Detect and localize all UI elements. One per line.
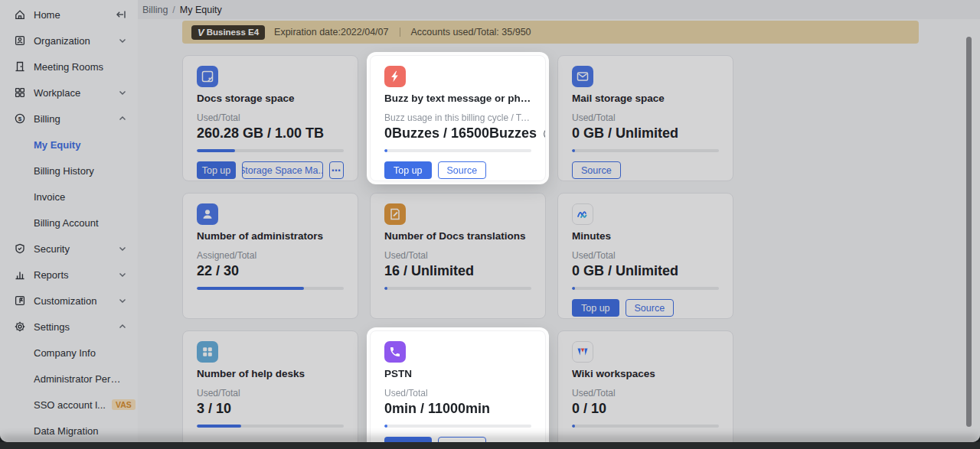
sidebar-item-label: Workplace <box>34 87 118 99</box>
stat-value: 0min / 11000min <box>384 401 490 417</box>
sidebar-item-data-migration[interactable]: Data Migration <box>0 418 138 442</box>
sidebar-item-billing-account[interactable]: Billing Account <box>0 210 138 236</box>
stat-label: Used/Total <box>572 250 719 261</box>
sidebar-item-label: Company Info <box>34 347 127 359</box>
source-button[interactable]: Source <box>438 437 487 442</box>
expiration-date: Expiration date:2022/04/07 <box>274 27 388 37</box>
progress-fill <box>384 149 387 152</box>
card-pstn: PSTN Used/Total 0min / 11000min Top up S… <box>370 330 546 442</box>
top-up-button[interactable]: Top up <box>384 437 432 442</box>
progress-fill <box>197 149 235 152</box>
bottom-window-edge <box>0 442 980 449</box>
sidebar-item-invoice[interactable]: Invoice <box>0 184 138 210</box>
progress-bar <box>572 149 719 152</box>
sidebar-item-label: Customization <box>34 295 118 307</box>
docs-translation-icon <box>384 203 406 225</box>
top-up-button[interactable]: Top up <box>384 161 432 179</box>
sidebar: Home Organization Meeting Rooms Workplac… <box>0 0 138 442</box>
source-button[interactable]: Source <box>626 299 675 317</box>
main-content: Billing / My Equity V Business E4 Expira… <box>138 0 980 442</box>
stat-value: 0 / 10 <box>572 401 606 417</box>
card-minutes: Minutes Used/Total 0 GB / Unlimited Top … <box>557 193 733 319</box>
billing-icon: $ <box>14 112 26 125</box>
sidebar-item-label: SSO account l... <box>34 399 106 411</box>
card-title: Number of help desks <box>197 368 344 379</box>
sidebar-item-sso-account[interactable]: SSO account l... VAS <box>0 392 138 418</box>
stat-label: Used/Total <box>384 250 531 261</box>
workplace-icon <box>14 86 26 99</box>
sidebar-item-label: My Equity <box>34 139 127 151</box>
progress-bar <box>197 287 344 290</box>
brand-v-logo: V <box>198 27 204 38</box>
card-help-desks: Number of help desks Used/Total 3 / 10 <box>182 330 358 442</box>
vertical-scrollbar[interactable] <box>966 37 972 427</box>
sidebar-item-billing-history[interactable]: Billing History <box>0 158 138 184</box>
top-up-button[interactable]: Top up <box>197 161 236 179</box>
card-title: Mail storage space <box>572 93 719 104</box>
stat-label: Used/Total <box>572 388 719 399</box>
sidebar-item-security[interactable]: Security <box>0 236 138 262</box>
progress-fill <box>197 425 241 428</box>
card-title: PSTN <box>384 368 531 379</box>
sidebar-item-my-equity[interactable]: My Equity <box>0 132 138 158</box>
plan-badge: V Business E4 <box>191 25 265 40</box>
chevron-down-icon <box>118 88 127 97</box>
sidebar-item-company-info[interactable]: Company Info <box>0 340 138 366</box>
stat-label: Buzz usage in this billing cycle / Total… <box>384 112 531 123</box>
phone-icon <box>384 341 406 363</box>
sidebar-item-label: Security <box>34 243 118 255</box>
administrator-icon <box>197 203 218 225</box>
minutes-icon <box>572 203 593 225</box>
plan-name: Business E4 <box>207 28 259 37</box>
card-title: Wiki workspaces <box>572 368 719 379</box>
top-up-button[interactable]: Top up <box>572 299 619 317</box>
breadcrumb-separator: / <box>172 5 175 15</box>
accounts-used-total: Accounts used/Total: 35/950 <box>411 27 531 37</box>
shield-icon <box>14 242 26 255</box>
progress-fill <box>384 287 387 290</box>
info-icon[interactable] <box>543 128 546 140</box>
card-docs-storage: Docs storage space Used/Total 260.28 GB … <box>182 55 358 181</box>
plan-banner: V Business E4 Expiration date:2022/04/07… <box>182 21 919 44</box>
card-title: Buzz by text message or phone call <box>384 93 531 104</box>
mail-icon <box>572 66 593 87</box>
card-docs-translations: Number of Docs translations Used/Total 1… <box>370 193 546 319</box>
help-desk-icon <box>197 341 218 363</box>
progress-fill <box>572 425 575 428</box>
sidebar-item-home[interactable]: Home <box>0 2 138 28</box>
home-icon <box>14 8 26 21</box>
source-button[interactable]: Source <box>572 161 621 179</box>
sidebar-item-label: Organization <box>34 35 118 47</box>
stat-value: 3 / 10 <box>197 401 231 417</box>
chevron-up-icon <box>118 114 127 123</box>
sidebar-item-customization[interactable]: Customization <box>0 288 138 314</box>
sidebar-item-meeting-rooms[interactable]: Meeting Rooms <box>0 54 138 80</box>
progress-fill <box>384 425 387 428</box>
sidebar-item-reports[interactable]: Reports <box>0 262 138 288</box>
more-actions-button[interactable]: ⋯ <box>329 161 344 179</box>
wiki-icon <box>572 341 593 363</box>
svg-text:$: $ <box>18 116 22 122</box>
stat-value: 0 GB / Unlimited <box>572 125 678 142</box>
chevron-down-icon <box>118 244 127 253</box>
storage-space-management-button[interactable]: Storage Space Ma... <box>242 161 323 179</box>
sidebar-item-workplace[interactable]: Workplace <box>0 80 138 106</box>
banner-divider <box>400 28 400 37</box>
card-title: Docs storage space <box>197 93 344 104</box>
equity-cards-grid: Docs storage space Used/Total 260.28 GB … <box>182 55 733 442</box>
sidebar-item-organization[interactable]: Organization <box>0 28 138 54</box>
stat-value: 0 GB / Unlimited <box>572 263 678 279</box>
customization-icon <box>14 294 26 307</box>
progress-fill <box>572 287 575 290</box>
sidebar-item-label: Administrator Permissio... <box>34 373 127 385</box>
collapse-sidebar-icon[interactable] <box>115 8 127 21</box>
breadcrumb-parent[interactable]: Billing <box>142 5 168 15</box>
sidebar-item-billing[interactable]: $ Billing <box>0 106 138 132</box>
sidebar-item-settings[interactable]: Settings <box>0 314 138 340</box>
stat-value: 0Buzzes / 16500Buzzes <box>384 125 537 142</box>
sidebar-item-administrator-permissions[interactable]: Administrator Permissio... <box>0 366 138 392</box>
organization-icon <box>14 34 26 47</box>
stat-label: Used/Total <box>572 112 719 123</box>
source-button[interactable]: Source <box>438 161 487 179</box>
progress-bar <box>384 287 531 290</box>
